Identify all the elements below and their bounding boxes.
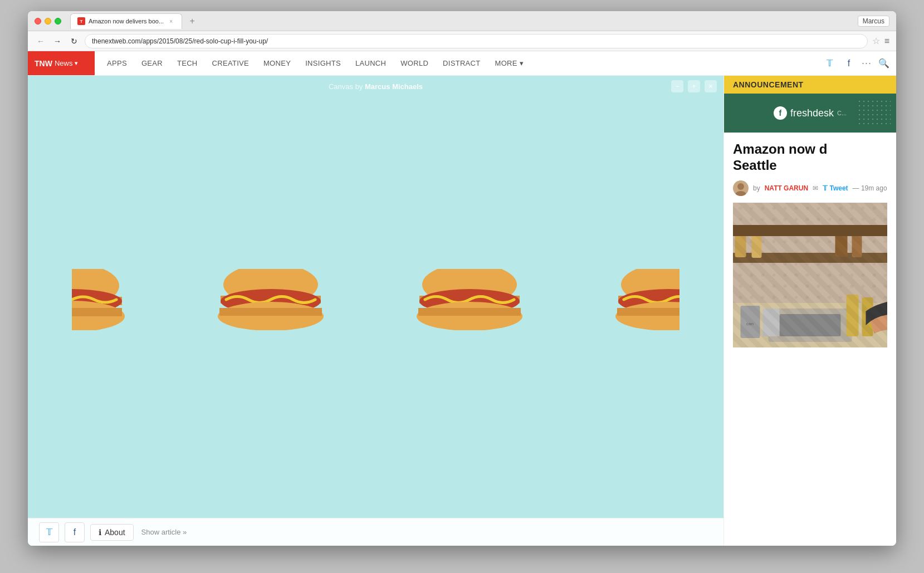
new-tab-button[interactable]: + [184,13,200,29]
nav-launch[interactable]: LAUNCH [349,51,393,76]
author-name[interactable]: NATT GARUN [765,184,808,192]
canvas-close-button[interactable]: × [705,80,717,92]
bookmark-icon[interactable]: ☆ [872,36,880,46]
twitter-nav-icon[interactable]: 𝕋 [824,57,836,70]
hotdog-illustration [28,269,723,330]
canvas-area: Canvas by Marcus Michaels − + × [28,76,723,546]
nav-distract[interactable]: DISTRACT [436,51,487,76]
ad-decoration [857,99,891,127]
hotdog-partial-left [72,269,128,330]
logo-arrow: ▾ [75,60,77,66]
share-twitter-button[interactable]: 𝕋 [39,522,59,542]
svg-rect-19 [617,308,679,316]
nav-items: APPS GEAR TECH CREATIVE MONEY INSIGHTS L… [95,51,824,76]
nav-world[interactable]: WORLD [394,51,435,76]
freshdesk-name: freshdesk [790,107,834,119]
main-content: Canvas by Marcus Michaels − + × [28,76,896,546]
share-facebook-button[interactable]: f [65,522,85,542]
logo-subtitle: News [55,59,73,67]
hotdog-1 [215,269,326,330]
svg-point-13 [417,302,522,330]
title-bar: T Amazon now delivers boo... × + Marcus [28,11,896,31]
svg-point-21 [737,183,744,190]
bottom-action-bar: 𝕋 f ℹ About Show article » [28,518,723,546]
freshdesk-logo: f freshdesk C... [774,106,847,120]
sidebar: ANNOUNCEMENT f freshdesk C... Amazon now… [723,76,896,546]
back-button[interactable]: ← [35,35,47,47]
tweet-label: Tweet [829,184,848,192]
site-navigation: TNW News ▾ APPS GEAR TECH CREATIVE MONEY… [28,51,896,76]
minimize-button[interactable] [45,18,51,25]
search-icon[interactable]: 🔍 [878,58,889,68]
hotdog-partial-right [613,269,679,330]
tab-bar: T Amazon now delivers boo... × + [70,13,853,29]
tnw-logo[interactable]: TNW News ▾ [28,51,95,75]
canvas-controls: − + × [671,80,717,92]
article-image: can [733,203,887,347]
about-button[interactable]: ℹ About [90,524,134,541]
article-title: Amazon now d Seattle [733,141,887,174]
author-avatar [733,180,749,196]
url-input[interactable] [85,34,868,48]
twitter-small-icon: 𝕋 [823,184,828,192]
freshdesk-tagline: C... [837,110,847,116]
canvas-label: Canvas by Marcus Michaels [329,82,423,91]
address-bar: ← → ↻ ☆ ≡ [28,31,896,51]
zoom-out-button[interactable]: − [671,80,683,92]
hotdog-2 [414,269,525,330]
nav-social: 𝕋 f ··· 🔍 [824,57,896,70]
facebook-nav-icon[interactable]: f [843,57,855,70]
article-title-city: Seattle [733,158,777,173]
article-by: by [753,184,760,192]
user-label: Marcus [858,16,889,27]
nav-more[interactable]: MORE ▾ [488,51,531,76]
fullscreen-button[interactable] [55,18,61,25]
zoom-in-button[interactable]: + [688,80,700,92]
article-time: — 19m ago [853,184,887,192]
logo-text: TNW [35,59,52,68]
freshdesk-ad[interactable]: f freshdesk C... [724,94,896,133]
tweet-link[interactable]: 𝕋 Tweet [823,184,848,192]
sidebar-content: Amazon now d Seattle by NATT GARUN ✉ [724,133,896,546]
more-social-icon[interactable]: ··· [862,57,872,69]
svg-rect-4 [72,308,122,316]
svg-rect-9 [219,308,322,316]
show-article-link[interactable]: Show article » [141,528,187,536]
email-icon: ✉ [813,184,818,192]
kitchen-shelf [733,225,887,236]
close-button[interactable] [35,18,41,25]
nav-apps[interactable]: APPS [100,51,134,76]
kitchen-scene: can [733,203,887,347]
nav-tech[interactable]: TECH [170,51,204,76]
svg-point-8 [218,302,324,330]
canvas-author: Marcus Michaels [365,82,423,91]
more-chevron-icon: ▾ [520,59,524,67]
refresh-button[interactable]: ↻ [68,35,80,47]
active-tab[interactable]: T Amazon now delivers boo... × [70,13,182,29]
browser-menu-icon[interactable]: ≡ [884,36,889,46]
announcement-bar: ANNOUNCEMENT [724,76,896,94]
nav-creative[interactable]: CREATIVE [206,51,256,76]
nav-insights[interactable]: INSIGHTS [299,51,348,76]
freshdesk-icon: f [774,106,787,120]
tab-title: Amazon now delivers boo... [89,18,164,25]
info-icon: ℹ [99,528,101,537]
about-label: About [105,528,125,537]
traffic-lights [35,18,61,25]
nav-money[interactable]: MONEY [257,51,297,76]
nav-gear[interactable]: GEAR [135,51,169,76]
article-meta: by NATT GARUN ✉ 𝕋 Tweet — 19m ago [733,180,887,196]
tab-favicon: T [77,17,85,25]
forward-button[interactable]: → [51,35,63,47]
tab-close-button[interactable]: × [167,17,175,25]
svg-rect-14 [418,308,521,316]
article-title-main: Amazon now d [733,141,827,156]
announcement-text: ANNOUNCEMENT [733,80,804,89]
browser-window: T Amazon now delivers boo... × + Marcus … [28,11,896,546]
wallpaper-pattern [733,203,887,347]
